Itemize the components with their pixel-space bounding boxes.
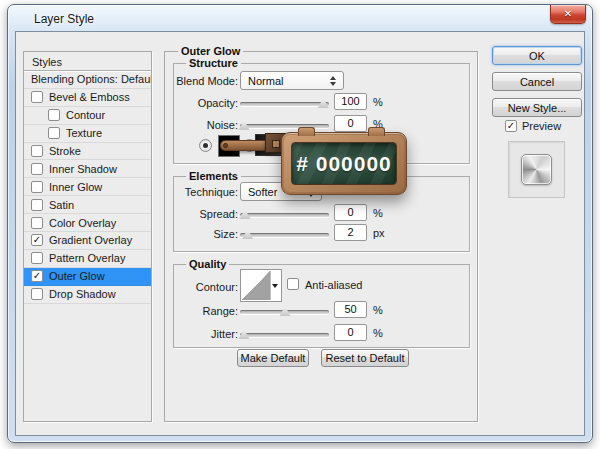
checkbox[interactable]: [31, 217, 43, 229]
styles-list: Blending Options: DefaultBevel & EmbossC…: [24, 71, 151, 304]
spread-label: Spread:: [172, 208, 238, 220]
sidebar-item-label: Contour: [66, 109, 105, 121]
ok-button[interactable]: OK: [492, 46, 582, 65]
checkbox[interactable]: [31, 288, 43, 300]
slider-track: [240, 333, 329, 337]
slider-track: [240, 102, 329, 106]
sidebar-item-outer-glow[interactable]: ✓Outer Glow: [24, 268, 151, 286]
close-icon[interactable]: ✕: [550, 5, 586, 24]
size-slider[interactable]: [240, 228, 329, 240]
checkbox[interactable]: [31, 252, 43, 264]
contour-thumbnail: [242, 271, 271, 300]
styles-header: Styles: [24, 52, 151, 71]
tooltip-chalkboard: # 000000: [291, 142, 397, 185]
new-style-button[interactable]: New Style...: [492, 98, 582, 117]
size-input[interactable]: 2: [334, 224, 367, 241]
sidebar-item-drop-shadow[interactable]: Drop Shadow: [24, 286, 151, 304]
sidebar-item-satin[interactable]: Satin: [24, 196, 151, 214]
sidebar-item-inner-glow[interactable]: Inner Glow: [24, 178, 151, 196]
sidebar-item-label: Inner Shadow: [49, 163, 117, 175]
checkbox[interactable]: [31, 181, 43, 193]
range-label: Range:: [172, 305, 238, 317]
contour-label: Contour:: [172, 281, 238, 293]
sidebar-item-label: Color Overlay: [49, 217, 116, 229]
sidebar-item-label: Satin: [49, 199, 74, 211]
contour-picker[interactable]: [240, 269, 282, 302]
technique-label: Technique:: [172, 186, 238, 198]
noise-input[interactable]: 0: [334, 115, 367, 132]
opacity-input[interactable]: 100: [334, 93, 367, 110]
styles-panel: Styles Blending Options: DefaultBevel & …: [23, 51, 152, 422]
noise-label: Noise:: [172, 119, 238, 131]
sidebar-item-gradient-overlay[interactable]: ✓Gradient Overlay: [24, 232, 151, 250]
structure-legend: Structure: [186, 57, 241, 70]
sidebar-item-label: Drop Shadow: [49, 288, 116, 300]
jitter-unit: %: [373, 327, 383, 339]
sidebar-item-label: Texture: [66, 127, 102, 139]
window-title: Layer Style: [34, 12, 94, 26]
sidebar-item-blending-options-default[interactable]: Blending Options: Default: [24, 71, 151, 89]
make-default-button[interactable]: Make Default: [237, 349, 309, 367]
slider-track: [240, 213, 329, 217]
preview-label: Preview: [522, 120, 561, 132]
range-slider[interactable]: [240, 305, 329, 317]
opacity-slider[interactable]: [240, 97, 329, 109]
tooltip-rivet-icon: [223, 143, 228, 148]
preview-checkbox[interactable]: ✓: [505, 120, 517, 132]
sidebar-item-label: Inner Glow: [49, 181, 102, 193]
tooltip-tab: [368, 127, 385, 136]
sidebar-item-label: Gradient Overlay: [49, 234, 132, 246]
antialiased-checkbox[interactable]: [287, 278, 299, 290]
sidebar-item-contour[interactable]: Contour: [24, 107, 151, 125]
sidebar-item-pattern-overlay[interactable]: Pattern Overlay: [24, 250, 151, 268]
checkbox[interactable]: ✓: [31, 270, 43, 282]
checkbox[interactable]: [31, 145, 43, 157]
color-radio[interactable]: [199, 139, 212, 152]
tooltip-tab: [298, 127, 315, 136]
checkbox[interactable]: [48, 109, 60, 121]
range-input[interactable]: 50: [334, 301, 367, 318]
sidebar-item-bevel-emboss[interactable]: Bevel & Emboss: [24, 89, 151, 107]
quality-group: Quality Contour: Anti-aliased Range: 50 …: [173, 264, 470, 348]
size-unit: px: [373, 227, 385, 239]
spread-slider[interactable]: [240, 208, 329, 220]
blend-mode-label: Blend Mode:: [172, 75, 238, 87]
slider-track: [240, 233, 329, 237]
jitter-slider[interactable]: [240, 328, 329, 340]
layer-style-dialog: Layer Style ✕ Styles Blending Options: D…: [7, 4, 593, 443]
chevron-down-icon[interactable]: [272, 284, 278, 288]
range-unit: %: [373, 304, 383, 316]
tooltip-color-value: # 000000: [296, 152, 392, 176]
technique-value: Softer: [248, 186, 277, 198]
jitter-input[interactable]: 0: [334, 324, 367, 341]
checkbox[interactable]: [31, 91, 43, 103]
sidebar-item-label: Bevel & Emboss: [49, 91, 130, 103]
spread-input[interactable]: 0: [334, 204, 367, 221]
slider-track: [240, 124, 329, 128]
quality-legend: Quality: [186, 258, 229, 271]
antialiased-label: Anti-aliased: [305, 279, 362, 291]
style-preview-thumbnail: [521, 154, 552, 185]
style-preview-panel: [508, 141, 565, 198]
checkbox[interactable]: [31, 163, 43, 175]
reset-to-default-button[interactable]: Reset to Default: [321, 349, 409, 367]
blend-mode-select[interactable]: Normal: [240, 71, 344, 90]
noise-slider[interactable]: [240, 119, 329, 131]
opacity-label: Opacity:: [172, 97, 238, 109]
sidebar-item-stroke[interactable]: Stroke: [24, 143, 151, 161]
sidebar-item-label: Blending Options: Default: [31, 73, 151, 85]
color-tooltip: # 000000: [281, 132, 407, 195]
sidebar-item-inner-shadow[interactable]: Inner Shadow: [24, 160, 151, 178]
checkbox[interactable]: [48, 127, 60, 139]
sidebar-item-color-overlay[interactable]: Color Overlay: [24, 214, 151, 232]
sidebar-item-texture[interactable]: Texture: [24, 125, 151, 143]
sidebar-item-label: Pattern Overlay: [49, 252, 125, 264]
opacity-unit: %: [373, 96, 383, 108]
checkbox[interactable]: ✓: [31, 234, 43, 246]
size-label: Size:: [172, 228, 238, 240]
sidebar-item-label: Outer Glow: [49, 270, 105, 282]
checkbox[interactable]: [31, 199, 43, 211]
jitter-label: Jitter:: [172, 328, 238, 340]
cancel-button[interactable]: Cancel: [492, 72, 582, 91]
outer-glow-panel: Outer Glow Structure Blend Mode: Normal …: [164, 51, 478, 422]
